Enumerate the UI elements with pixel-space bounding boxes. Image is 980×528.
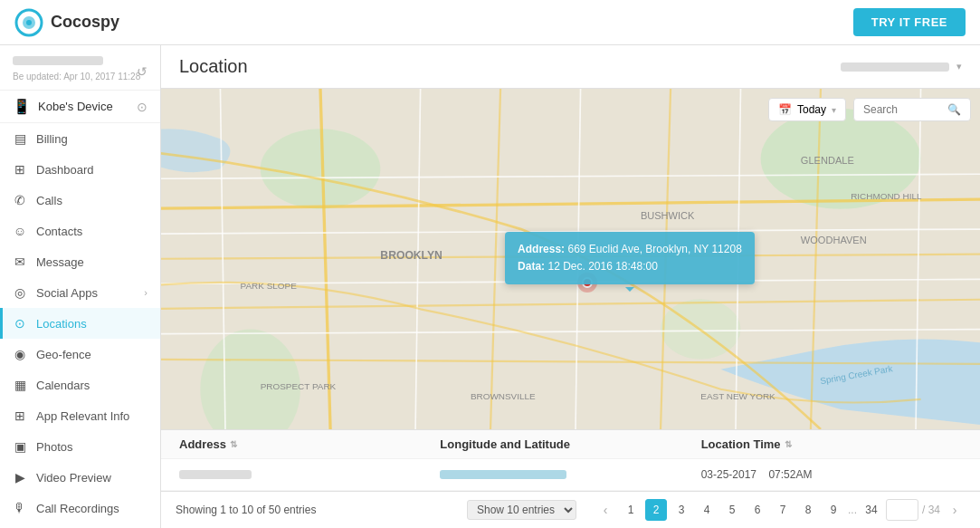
- svg-point-2: [26, 20, 32, 25]
- page-button-3[interactable]: 3: [671, 499, 692, 521]
- th-address-label: Address: [179, 437, 226, 451]
- page-button-8[interactable]: 8: [797, 499, 819, 521]
- popup-address-value: 669 Euclid Ave, Brooklyn, NY 11208: [567, 243, 741, 255]
- sidebar-item-label: Geo-fence: [36, 348, 91, 361]
- calendars-icon: ▦: [13, 378, 27, 392]
- th-coordinates-label: Longitude and Latitude: [440, 437, 570, 451]
- location-icon: ⊙: [13, 316, 27, 331]
- sidebar-item-message[interactable]: ✉ Message: [0, 246, 160, 277]
- popup-data-label: Data:: [518, 260, 545, 273]
- photos-icon: ▣: [13, 439, 27, 454]
- page-button-7[interactable]: 7: [772, 499, 794, 521]
- th-coordinates: Longitude and Latitude: [440, 437, 700, 451]
- sidebar-item-social-apps[interactable]: ◎ Social Apps ›: [0, 277, 160, 308]
- sidebar-item-dashboard[interactable]: ⊞ Dashboard: [0, 154, 160, 185]
- sidebar-item-label: Billing: [36, 132, 68, 146]
- sidebar-item-billing[interactable]: ▤ Billing: [0, 123, 160, 154]
- sidebar-item-geo-fence[interactable]: ◉ Geo-fence: [0, 339, 160, 370]
- chevron-right-icon: ›: [144, 287, 147, 298]
- next-page-button[interactable]: ›: [944, 499, 966, 521]
- sidebar-item-locations[interactable]: ⊙ Locations: [0, 308, 160, 339]
- prev-page-button[interactable]: ‹: [595, 499, 616, 521]
- app-relevant-icon: ⊞: [13, 408, 27, 423]
- try-free-button[interactable]: TRY IT FREE: [853, 8, 966, 36]
- page-title: Location: [179, 56, 248, 77]
- map-container: BROOKLYN BUSHWICK WOODHAVEN PARK SLOPE B…: [161, 89, 980, 429]
- page-dots: ...: [848, 504, 857, 516]
- device-name: Kobe's Device: [38, 100, 113, 113]
- popup-address: Address: 669 Euclid Ave, Brooklyn, NY 11…: [518, 241, 742, 258]
- sort-icon-address[interactable]: ⇅: [230, 439, 237, 449]
- active-bar: [0, 308, 3, 339]
- dashboard-icon: ⊞: [13, 162, 27, 177]
- sidebar-item-record-surround[interactable]: ◈ Record Surround: [0, 523, 160, 528]
- sidebar-item-label: App Relevant Info: [36, 409, 129, 423]
- td-time-value: 07:52AM: [768, 468, 812, 481]
- address-blurred: [179, 470, 252, 479]
- page-button-6[interactable]: 6: [747, 499, 768, 521]
- sidebar-item-calendars[interactable]: ▦ Calendars: [0, 370, 160, 400]
- svg-text:RICHMOND HILL: RICHMOND HILL: [851, 191, 922, 201]
- svg-text:PROSPECT PARK: PROSPECT PARK: [261, 381, 337, 391]
- search-input[interactable]: [863, 103, 942, 116]
- sidebar-item-contacts[interactable]: ☺ Contacts: [0, 216, 160, 246]
- map-popup: Address: 669 Euclid Ave, Brooklyn, NY 11…: [505, 232, 755, 284]
- date-picker-label: Today: [797, 103, 826, 116]
- app-name: Cocospy: [51, 13, 119, 32]
- th-time: Location Time ⇅: [701, 437, 962, 451]
- device-settings-icon[interactable]: ⊙: [137, 100, 147, 114]
- sidebar-item-label: Dashboard: [36, 163, 94, 177]
- svg-text:WOODHAVEN: WOODHAVEN: [801, 235, 867, 245]
- sidebar-item-label: Call Recordings: [36, 502, 119, 515]
- td-coordinates: [440, 468, 700, 481]
- pagination-bar: Showing 1 to 10 of 50 entries Show 10 en…: [161, 491, 980, 528]
- page-nav: ‹ 1 2 3 4 5 6 7 8 9 ... 34 / 34 ›: [595, 499, 966, 521]
- search-icon: 🔍: [947, 103, 961, 116]
- device-icon: 📱: [13, 98, 31, 115]
- svg-text:PARK SLOPE: PARK SLOPE: [241, 281, 298, 291]
- svg-text:EAST NEW YORK: EAST NEW YORK: [700, 391, 775, 401]
- geo-fence-icon: ◉: [13, 347, 27, 361]
- popup-address-label: Address:: [518, 243, 565, 255]
- date-picker-chevron: ▾: [832, 105, 836, 115]
- page-button-9[interactable]: 9: [823, 499, 844, 521]
- video-icon: ▶: [13, 470, 27, 485]
- table-header: Address ⇅ Longitude and Latitude Locatio…: [161, 430, 980, 459]
- sidebar-item-calls[interactable]: ✆ Calls: [0, 185, 160, 216]
- calls-icon: ✆: [13, 193, 27, 207]
- svg-text:BUSHWICK: BUSHWICK: [641, 210, 695, 221]
- main-layout: Be updated: Apr 10, 2017 11:28 ↺ 📱 Kobe'…: [0, 45, 980, 528]
- sidebar-item-label: Photos: [36, 440, 72, 454]
- page-button-1[interactable]: 1: [620, 499, 642, 521]
- showing-text: Showing 1 to 10 of 50 entries: [176, 504, 316, 516]
- content-header: Location ▾: [161, 45, 980, 89]
- th-address: Address ⇅: [179, 437, 440, 451]
- table-row: 03-25-2017 07:52AM: [161, 459, 980, 491]
- account-chevron-icon[interactable]: ▾: [956, 61, 962, 72]
- call-recordings-icon: 🎙: [13, 501, 27, 515]
- page-button-2[interactable]: 2: [645, 499, 667, 521]
- sort-icon-time[interactable]: ⇅: [785, 439, 792, 449]
- date-picker[interactable]: 📅 Today ▾: [768, 98, 846, 121]
- page-button-34[interactable]: 34: [861, 499, 882, 521]
- cocospy-logo-icon: [14, 8, 43, 37]
- page-button-4[interactable]: 4: [696, 499, 718, 521]
- sidebar-item-app-relevant[interactable]: ⊞ App Relevant Info: [0, 400, 160, 431]
- sidebar-item-photos[interactable]: ▣ Photos: [0, 431, 160, 462]
- billing-icon: ▤: [13, 131, 27, 146]
- map-toolbar: 📅 Today ▾ 🔍: [768, 98, 971, 121]
- sidebar-item-video-preview[interactable]: ▶ Video Preview: [0, 462, 160, 493]
- show-entries-select[interactable]: Show 10 entries Show 25 entries Show 50 …: [467, 500, 576, 520]
- popup-data: Data: 12 Dec. 2016 18:48:00: [518, 258, 742, 275]
- sidebar-item-call-recordings[interactable]: 🎙 Call Recordings: [0, 493, 160, 523]
- content-area: Location ▾: [161, 45, 980, 528]
- search-box: 🔍: [853, 98, 971, 121]
- sidebar-item-label: Video Preview: [36, 471, 111, 485]
- calendar-icon: 📅: [778, 103, 792, 116]
- page-button-5[interactable]: 5: [721, 499, 743, 521]
- sidebar-item-label: Social Apps: [36, 286, 98, 300]
- account-name-bar: [13, 56, 103, 65]
- page-jump-input[interactable]: [886, 499, 918, 521]
- sidebar-item-label: Calendars: [36, 379, 90, 392]
- show-entries: Show 10 entries Show 25 entries Show 50 …: [467, 500, 576, 520]
